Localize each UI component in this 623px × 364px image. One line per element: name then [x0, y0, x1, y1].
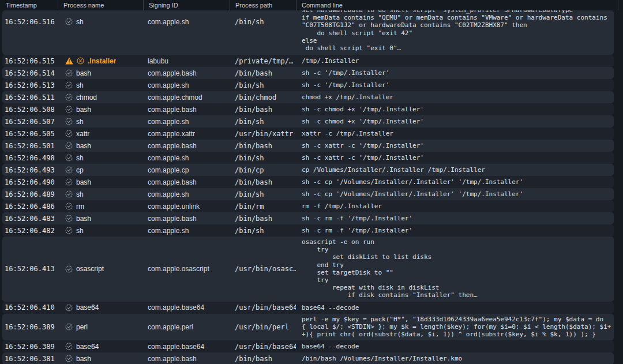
timestamp-cell: 16:52:06.389 [2, 314, 58, 341]
table-row[interactable]: 16:52:06.513 [2, 79, 614, 91]
table-row[interactable]: 16:52:06.381 [2, 352, 614, 364]
signing-id: com.apple.sh [148, 190, 189, 198]
table-row[interactable]: 16:52:06.507 [2, 115, 614, 127]
process-path: /bin/cp [235, 166, 264, 174]
timestamp-cell: 16:52:06.483 [2, 212, 58, 224]
signing-id: com.apple.bash [148, 69, 197, 77]
signing-id-cell: com.apple.bash [143, 352, 230, 364]
process-path: /bin/sh [235, 18, 264, 26]
process-name-cell: bash [58, 352, 143, 364]
table-row[interactable]: 16:52:06.511 [2, 91, 614, 103]
process-path: /bin/sh [235, 154, 264, 162]
process-path-cell: /usr/bin/base64 [230, 340, 296, 352]
command-line: sh -c rm -f '/tmp/.Installer' [302, 227, 412, 234]
verified-badge-icon [65, 81, 73, 89]
signing-id-cell: com.apple.chmod [143, 91, 230, 103]
process-path-cell: /bin/rm [230, 200, 296, 212]
process-name: xattr [76, 130, 89, 138]
timestamp-cell: 16:52:06.482 [2, 224, 58, 237]
table-row[interactable]: 16:52:06.498 [2, 152, 614, 164]
command-line-cell: sh -c rm -f '/tmp/.Installer' [296, 224, 614, 237]
signing-id-cell: com.apple.unlink [143, 200, 230, 212]
command-line: sh -c xattr -c '/tmp/.Installer' [302, 154, 424, 162]
verified-badge-icon [65, 202, 73, 210]
table-row[interactable]: 16:52:06.508 [2, 103, 614, 115]
table-row[interactable]: 16:52:06.514 [2, 67, 614, 79]
table-row[interactable]: 16:52:06.410 [2, 302, 614, 314]
table-row[interactable]: 16:52:06.483 [2, 212, 614, 224]
process-path-cell: /bin/bash [230, 352, 296, 364]
table-header: Timestamp Process name Signing ID Proces… [0, 0, 623, 10]
table-row[interactable]: 16:52:06.505 [2, 127, 614, 140]
command-line: sh -c rm -f '/tmp/.Installer' [302, 215, 412, 222]
verified-badge-icon [65, 154, 73, 162]
process-path: /bin/rm [235, 202, 264, 211]
process-name-cell: xattr [58, 127, 143, 140]
process-name-cell: osascript [58, 237, 143, 302]
timestamp: 16:52:06.498 [5, 154, 55, 162]
process-name: osascript [76, 265, 104, 273]
table-row[interactable]: 16:52:06.413 [2, 237, 614, 302]
process-name: .Installer [88, 57, 116, 65]
process-path-cell: /bin/bash [230, 67, 296, 79]
timestamp-cell: 16:52:06.516 [2, 10, 58, 55]
timestamp-cell: 16:52:06.515 [2, 55, 58, 67]
verified-badge-icon [65, 265, 73, 273]
table-row[interactable]: 16:52:06.490 [2, 176, 614, 188]
verified-badge-icon [65, 343, 73, 350]
table-row[interactable]: 16:52:06.389 [2, 314, 614, 341]
table-row[interactable]: 16:52:06.389 [2, 340, 614, 352]
command-line-cell: sh -c '/tmp/.Installer' [296, 67, 614, 79]
command-line: cp /Volumes/Installer/.Installer /tmp/.I… [302, 166, 485, 174]
timestamp: 16:52:06.515 [5, 57, 55, 65]
table-row[interactable]: 16:52:06.515 [2, 55, 614, 67]
process-name: rm [76, 202, 84, 211]
signing-id-cell: com.apple.cp [143, 164, 230, 176]
table-row[interactable]: 16:52:06.493 [2, 164, 614, 176]
process-path: /bin/chmod [235, 93, 276, 102]
column-header-process-name[interactable]: Process name [58, 0, 143, 10]
signing-id-cell: com.apple.sh [143, 152, 230, 164]
verified-badge-icon [65, 304, 73, 312]
process-name-cell: base64 [58, 340, 143, 352]
table-row[interactable]: 16:52:06.501 [2, 140, 614, 152]
signing-id-cell: com.apple.perl [143, 314, 230, 341]
command-line: sh -c '/tmp/.Installer' [302, 81, 389, 89]
warning-triangle-icon [65, 57, 73, 65]
signing-id-cell: com.apple.base64 [143, 340, 230, 352]
process-path-cell: /usr/bin/osasc… [230, 237, 296, 302]
process-path: /usr/bin/osasc… [235, 265, 296, 273]
process-name-cell: cp [58, 164, 143, 176]
table-row[interactable]: 16:52:06.482 [2, 224, 614, 237]
command-line: sh -c cp '/Volumes/Installer/.Installer'… [302, 178, 523, 186]
verified-badge-icon [65, 142, 73, 149]
column-header-timestamp[interactable]: Timestamp [0, 0, 58, 10]
verified-badge-icon [65, 106, 73, 113]
command-line: /tmp/.Installer [302, 57, 359, 65]
timestamp-cell: 16:52:06.508 [2, 103, 58, 115]
process-name: bash [76, 355, 91, 363]
command-line: sh -c xattr -c '/tmp/.Installer' [302, 142, 424, 149]
column-header-signing-id[interactable]: Signing ID [143, 0, 230, 10]
command-line: base64 --decode [302, 304, 359, 312]
timestamp: 16:52:06.489 [5, 190, 55, 198]
command-line-cell: /tmp/.Installer [296, 55, 614, 67]
table-row[interactable]: 16:52:06.486 [2, 200, 614, 212]
process-name-cell: chmod [58, 91, 143, 103]
signing-id-cell: com.apple.sh [143, 224, 230, 237]
timestamp-cell: 16:52:06.493 [2, 164, 58, 176]
command-line: rm -f /tmp/.Installer [302, 202, 382, 210]
column-header-process-path[interactable]: Process path [230, 0, 296, 10]
timestamp-cell: 16:52:06.514 [2, 67, 58, 79]
command-line-cell: sh -c chmod +x '/tmp/.Installer' [296, 103, 614, 115]
process-path-cell: /usr/bin/xattr [230, 127, 296, 140]
process-path-cell: /bin/sh [230, 10, 296, 55]
table-row[interactable]: 16:52:06.489 [2, 188, 614, 200]
table-row[interactable]: 16:52:06.516 [2, 10, 614, 55]
process-path: /bin/bash [235, 355, 272, 363]
column-header-command-line[interactable]: Command line [296, 0, 618, 10]
process-name-cell: base64 [58, 302, 143, 314]
command-line: sh -c chmod +x '/tmp/.Installer' [302, 118, 424, 125]
process-path: /usr/bin/base64 [235, 303, 296, 312]
process-path: /bin/sh [235, 227, 264, 235]
